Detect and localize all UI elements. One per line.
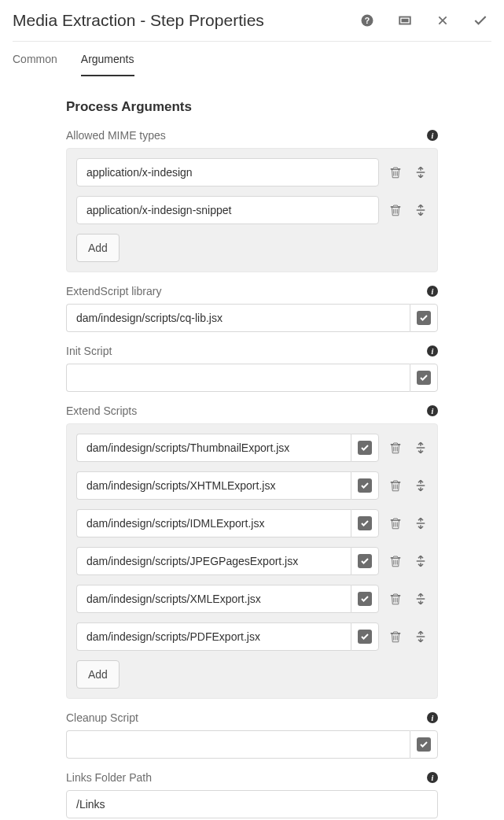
dialog-header: Media Extraction - Step Properties ? <box>0 0 504 41</box>
delete-icon[interactable] <box>388 592 403 606</box>
toggle-checkbox[interactable] <box>417 737 431 752</box>
script-row <box>76 509 428 537</box>
svg-text:?: ? <box>365 16 370 25</box>
label-extendscripts-text: Extend Scripts <box>66 404 137 417</box>
script-input[interactable] <box>76 509 351 537</box>
row-actions <box>388 630 428 644</box>
initscript-input[interactable] <box>66 364 410 392</box>
delete-icon[interactable] <box>388 165 403 179</box>
cleanup-input[interactable] <box>66 730 410 759</box>
script-row <box>76 622 428 651</box>
add-mime-button[interactable]: Add <box>76 234 120 262</box>
checkbox-addon <box>410 304 438 332</box>
label-mime-text: Allowed MIME types <box>66 129 166 142</box>
row-actions <box>388 203 428 217</box>
checkbox-addon <box>351 585 379 613</box>
delete-icon[interactable] <box>388 516 403 530</box>
row-actions <box>388 554 428 568</box>
checkbox-addon <box>410 364 438 392</box>
add-script-button[interactable]: Add <box>76 660 120 689</box>
script-input[interactable] <box>76 471 351 500</box>
toggle-checkbox[interactable] <box>358 630 372 644</box>
initscript-field <box>66 364 438 392</box>
label-cleanup-text: Cleanup Script <box>66 711 138 724</box>
reorder-icon[interactable] <box>414 203 428 217</box>
row-actions <box>388 592 428 606</box>
tabs: Common Arguments <box>0 42 504 77</box>
extendlib-field <box>66 304 438 332</box>
content: Process Arguments Allowed MIME types i <box>0 77 504 820</box>
mime-group: Add <box>66 148 438 272</box>
svg-rect-3 <box>402 19 409 23</box>
label-mime: Allowed MIME types i <box>66 129 438 142</box>
label-initscript-text: Init Script <box>66 345 112 357</box>
delete-icon[interactable] <box>388 203 403 217</box>
reorder-icon[interactable] <box>414 516 428 530</box>
fullscreen-icon[interactable] <box>397 13 413 28</box>
extendlib-input[interactable] <box>66 304 410 332</box>
row-actions <box>388 478 428 493</box>
delete-icon[interactable] <box>388 554 403 568</box>
section-title: Process Arguments <box>66 99 438 115</box>
toggle-checkbox[interactable] <box>358 516 372 530</box>
label-links: Links Folder Path i <box>66 771 438 784</box>
checkbox-addon <box>351 547 379 575</box>
script-row <box>76 434 428 462</box>
label-extendlib-text: ExtendScript library <box>66 285 161 297</box>
toggle-checkbox[interactable] <box>358 478 372 493</box>
label-links-text: Links Folder Path <box>66 771 152 784</box>
script-row <box>76 547 428 575</box>
delete-icon[interactable] <box>388 630 403 644</box>
script-input[interactable] <box>76 585 351 613</box>
toggle-checkbox[interactable] <box>417 311 431 325</box>
reorder-icon[interactable] <box>414 478 428 493</box>
script-input[interactable] <box>76 434 351 462</box>
reorder-icon[interactable] <box>414 441 428 455</box>
row-actions <box>388 516 428 530</box>
tab-arguments[interactable]: Arguments <box>81 53 134 76</box>
checkbox-addon <box>351 471 379 500</box>
checkbox-addon <box>351 509 379 537</box>
close-icon[interactable] <box>435 13 451 28</box>
tab-common[interactable]: Common <box>13 53 57 76</box>
script-row <box>76 585 428 613</box>
toggle-checkbox[interactable] <box>358 441 372 455</box>
label-extendlib: ExtendScript library i <box>66 285 438 297</box>
label-extendscripts: Extend Scripts i <box>66 404 438 417</box>
mime-input[interactable] <box>76 158 379 187</box>
cleanup-field <box>66 730 438 759</box>
dialog-title: Media Extraction - Step Properties <box>13 11 264 30</box>
reorder-icon[interactable] <box>414 630 428 644</box>
info-icon[interactable]: i <box>427 130 438 141</box>
script-row <box>76 471 428 500</box>
toggle-checkbox[interactable] <box>358 592 372 606</box>
checkbox-addon <box>351 434 379 462</box>
extendscripts-group: Add <box>66 423 438 699</box>
info-icon[interactable]: i <box>427 772 438 783</box>
mime-input[interactable] <box>76 196 379 224</box>
reorder-icon[interactable] <box>414 592 428 606</box>
links-input[interactable] <box>66 790 438 818</box>
checkbox-addon <box>351 622 379 651</box>
delete-icon[interactable] <box>388 441 403 455</box>
reorder-icon[interactable] <box>414 554 428 568</box>
script-input[interactable] <box>76 547 351 575</box>
info-icon[interactable]: i <box>427 286 438 297</box>
info-icon[interactable]: i <box>427 405 438 416</box>
mime-row <box>76 196 428 224</box>
label-initscript: Init Script i <box>66 345 438 357</box>
script-input[interactable] <box>76 622 351 651</box>
row-actions <box>388 441 428 455</box>
info-icon[interactable]: i <box>427 345 438 356</box>
done-icon[interactable] <box>473 13 488 28</box>
mime-row <box>76 158 428 187</box>
toggle-checkbox[interactable] <box>417 371 431 385</box>
info-icon[interactable]: i <box>427 712 438 723</box>
header-actions: ? <box>359 13 488 28</box>
checkbox-addon <box>410 730 438 759</box>
delete-icon[interactable] <box>388 478 403 493</box>
help-icon[interactable]: ? <box>359 13 375 28</box>
reorder-icon[interactable] <box>414 165 428 179</box>
label-cleanup: Cleanup Script i <box>66 711 438 724</box>
toggle-checkbox[interactable] <box>358 554 372 568</box>
